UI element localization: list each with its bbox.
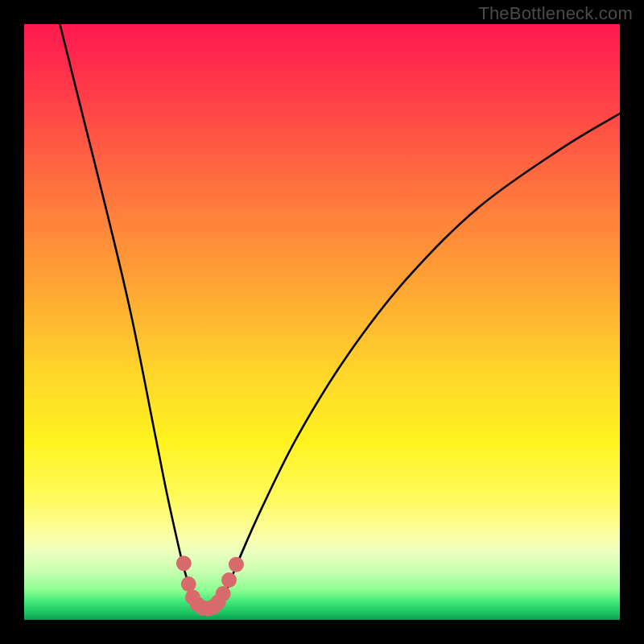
marker-dot <box>221 572 237 588</box>
watermark-text: TheBottleneck.com <box>478 3 633 24</box>
marker-dot <box>181 576 196 592</box>
bottleneck-curve <box>60 24 620 609</box>
optimal-range-markers <box>176 555 244 616</box>
chart-svg <box>24 24 620 620</box>
marker-dot <box>216 586 231 601</box>
marker-dot <box>229 557 244 572</box>
marker-dot <box>176 555 192 571</box>
chart-frame: TheBottleneck.com <box>0 0 644 644</box>
